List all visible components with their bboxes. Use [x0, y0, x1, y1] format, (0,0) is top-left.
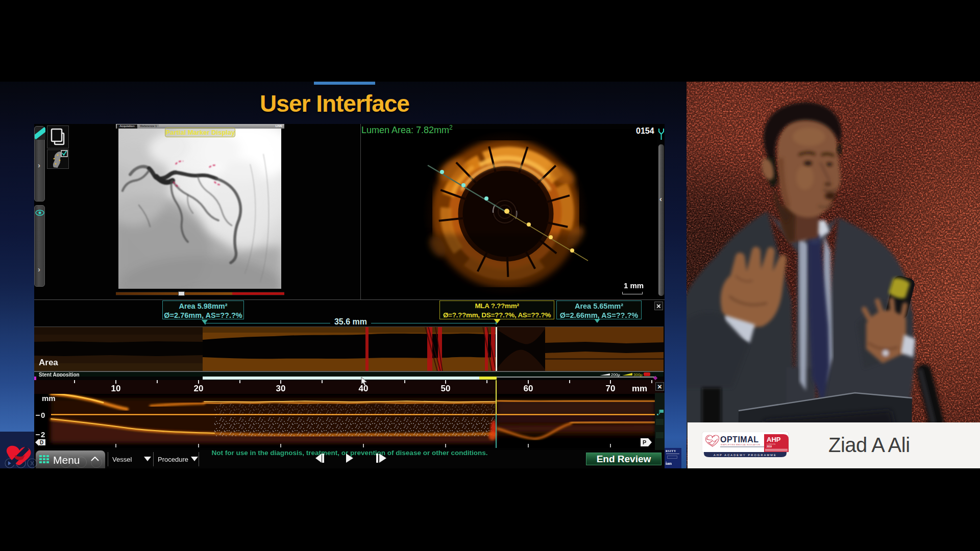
svg-text:2019: 2019: [767, 445, 772, 448]
svg-text:P: P: [643, 439, 646, 445]
svg-text:AHP: AHP: [767, 436, 781, 443]
svg-text:200µ: 200µ: [611, 372, 620, 377]
svg-text:AHP ACADEMY PROGRAMME: AHP ACADEMY PROGRAMME: [714, 454, 777, 457]
svg-text:OPTIMAL: OPTIMAL: [720, 435, 759, 444]
svg-text:SIMPLIFYING MEDICAL EDUCATION: SIMPLIFYING MEDICAL EDUCATION: [721, 444, 760, 446]
svg-text:300µ: 300µ: [633, 372, 643, 377]
